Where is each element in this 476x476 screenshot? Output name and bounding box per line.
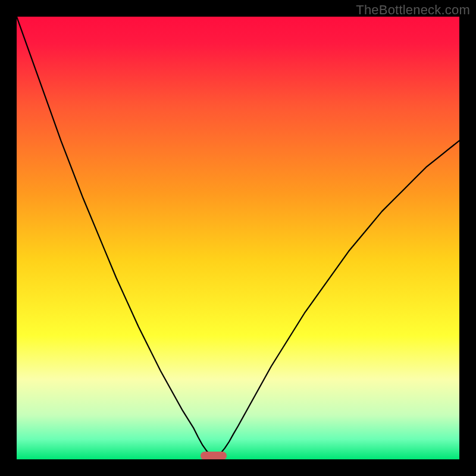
bottleneck-curve [17, 17, 459, 459]
plot-area [17, 17, 459, 459]
chart-frame: TheBottleneck.com [0, 0, 476, 476]
watermark-text: TheBottleneck.com [356, 2, 470, 18]
optimal-marker [201, 452, 227, 459]
